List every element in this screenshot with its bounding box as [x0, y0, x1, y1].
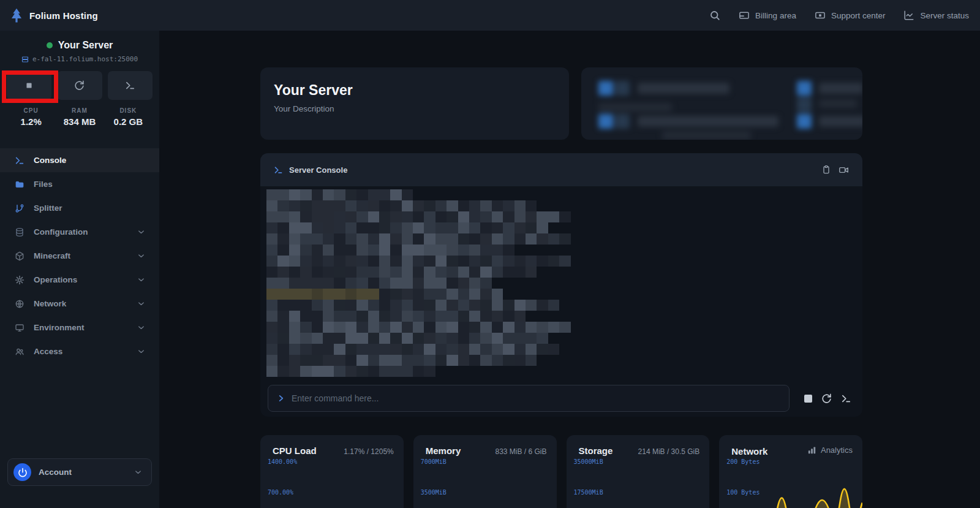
sidebar-item-label: Minecraft: [34, 251, 128, 260]
prompt-chevron-icon: [277, 394, 285, 403]
sidebar-item-label: Access: [34, 347, 128, 356]
copy-logs-button[interactable]: [821, 165, 831, 175]
support-center-label: Support center: [831, 11, 886, 20]
sidebar-item-label: Operations: [34, 275, 128, 284]
chevron-down-icon: [137, 275, 146, 284]
restart-icon: [74, 80, 85, 91]
ticket-icon: [815, 10, 826, 21]
page-title: Your Server: [274, 82, 556, 99]
topbar: Folium Hosting Billing area Support cent…: [0, 0, 980, 31]
main-content: Your Server Your Description: [159, 31, 980, 508]
screen-capture-button[interactable]: [839, 165, 849, 175]
server-info-card-censored: [581, 67, 863, 140]
storage-card-value: 214 MiB / 30.5 GiB: [638, 447, 700, 456]
brand: Folium Hosting: [9, 7, 98, 23]
bar-chart-icon: [807, 445, 816, 455]
disk-stat-value: 0.2 GB: [104, 116, 153, 127]
sidebar-item-label: Files: [34, 180, 146, 189]
network-card-title: Network: [731, 446, 767, 457]
cpu-stat-value: 1.2%: [7, 116, 55, 127]
globe-icon: [15, 299, 25, 309]
terminal-button-console[interactable]: [841, 393, 851, 404]
stop-button[interactable]: [7, 71, 51, 100]
sidebar-item-label: Console: [34, 156, 146, 165]
sidebar-item-splitter[interactable]: Splitter: [0, 196, 159, 220]
analytics-link[interactable]: Analytics: [807, 445, 853, 455]
sidebar-item-files[interactable]: Files: [0, 172, 159, 196]
sidebar-item-operations[interactable]: Operations: [0, 268, 159, 292]
storage-card-title: Storage: [579, 445, 613, 456]
cpu-stat-label: CPU: [7, 107, 55, 114]
tree-logo-icon: [9, 7, 24, 23]
support-center-link[interactable]: Support center: [815, 10, 886, 21]
sidebar-item-label: Splitter: [34, 203, 146, 213]
console-button[interactable]: [108, 71, 153, 100]
stop-button-console[interactable]: [804, 395, 812, 403]
axis-tick: 700.00%: [268, 489, 293, 496]
sidebar-item-label: Network: [34, 299, 128, 308]
search-button[interactable]: [709, 10, 720, 21]
billing-area-link[interactable]: Billing area: [739, 10, 796, 21]
account-menu[interactable]: Account: [7, 458, 152, 486]
cube-icon: [15, 251, 25, 261]
avatar: [13, 463, 31, 481]
sidebar-item-label: Environment: [34, 323, 128, 332]
camera-icon: [839, 165, 849, 175]
sidebar-item-label: Configuration: [34, 227, 128, 237]
cpu-card-value: 1.17% / 1205%: [344, 447, 393, 456]
memory-card: Memory 833 MiB / 6 GiB 7000MiB 3500MiB: [413, 435, 557, 508]
server-status-link[interactable]: Server status: [903, 10, 969, 21]
users-icon: [15, 347, 25, 357]
command-input-wrap: [268, 385, 790, 412]
axis-tick: 3500MiB: [421, 489, 447, 496]
sidebar-item-minecraft[interactable]: Minecraft: [0, 244, 159, 268]
sidebar-item-access[interactable]: Access: [0, 339, 159, 363]
restart-icon: [821, 393, 832, 404]
axis-tick: 200 Bytes: [726, 458, 760, 465]
chevron-down-icon: [134, 468, 143, 477]
chevron-down-icon: [137, 299, 146, 308]
sidebar-item-environment[interactable]: Environment: [0, 316, 159, 339]
restart-button[interactable]: [57, 71, 102, 100]
ram-stat: RAM 834 MB: [55, 107, 104, 127]
search-icon: [709, 10, 720, 21]
restart-button-console[interactable]: [821, 393, 832, 404]
console-output[interactable]: [260, 186, 862, 417]
sidebar-item-network[interactable]: Network: [0, 292, 159, 316]
server-overview-card: Your Server Your Description: [260, 67, 569, 140]
server-online-dot: [47, 42, 53, 48]
branch-icon: [15, 203, 25, 213]
axis-tick: 1400.00%: [268, 458, 297, 465]
power-icon: [18, 468, 28, 477]
console-title: Server Console: [289, 165, 815, 175]
database-icon: [15, 227, 25, 237]
ram-stat-label: RAM: [55, 107, 104, 114]
server-address[interactable]: e-fal-11.folium.host:25000: [32, 55, 138, 63]
disk-stat-label: DISK: [104, 107, 153, 114]
chevron-down-icon: [137, 323, 146, 332]
server-description: Your Description: [274, 104, 556, 113]
axis-tick: 7000MiB: [421, 458, 447, 465]
cpu-card-title: CPU Load: [273, 445, 317, 456]
stop-icon: [804, 395, 812, 403]
cpu-stat: CPU 1.2%: [7, 107, 55, 127]
axis-tick: 35000MiB: [574, 458, 603, 465]
stop-icon: [24, 81, 34, 90]
memory-card-title: Memory: [426, 445, 461, 456]
disk-stat: DISK 0.2 GB: [104, 107, 153, 127]
console-output-censored: [266, 189, 571, 377]
server-console-panel: Server Console: [260, 153, 862, 417]
brand-name: Folium Hosting: [29, 10, 98, 21]
memory-card-value: 833 MiB / 6 GiB: [495, 447, 546, 456]
network-chart: [719, 466, 862, 508]
terminal-icon: [841, 393, 851, 404]
chevron-down-icon: [137, 251, 146, 260]
account-label: Account: [39, 468, 126, 477]
sidebar-item-configuration[interactable]: Configuration: [0, 220, 159, 244]
sidebar-item-console[interactable]: Console: [0, 148, 159, 172]
sidebar: Your Server e-fal-11.folium.host:25000 C…: [0, 31, 159, 508]
clipboard-icon: [821, 165, 831, 175]
billing-area-label: Billing area: [755, 11, 796, 20]
server-icon: [21, 56, 29, 63]
command-input[interactable]: [292, 393, 780, 403]
